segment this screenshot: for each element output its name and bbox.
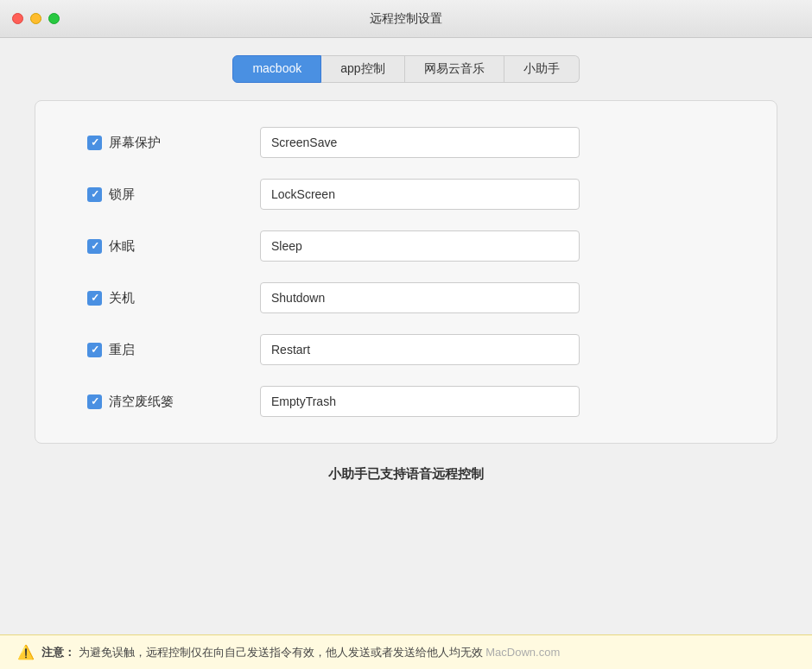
traffic-lights [12,13,60,24]
input-restart[interactable] [260,334,580,365]
warning-body: 为避免误触，远程控制仅在向自己发送指令有效，他人发送或者发送给他人均无效 [79,646,483,659]
setting-row-screensave: 屏幕保护 [87,127,725,158]
note-section: 小助手已支持语音远程控制 [328,452,484,491]
checkbox-label-screensave: 屏幕保护 [87,135,260,151]
input-screensave[interactable] [260,127,580,158]
label-sleep: 休眠 [109,238,135,255]
setting-row-sleep: 休眠 [87,230,725,262]
label-lockscreen: 锁屏 [109,186,135,203]
checkbox-label-lockscreen: 锁屏 [87,186,260,203]
checkbox-screensave[interactable] [87,136,102,150]
window-title: 远程控制设置 [370,11,442,27]
checkbox-shutdown[interactable] [87,291,102,306]
minimize-button[interactable] [30,13,41,24]
checkbox-label-sleep: 休眠 [87,238,260,255]
input-shutdown[interactable] [260,282,580,313]
close-button[interactable] [12,13,23,24]
warning-icon: ⚠️ [17,644,35,660]
titlebar: 远程控制设置 [0,0,812,38]
setting-row-shutdown: 关机 [87,282,725,313]
main-content: macbook app控制 网易云音乐 小助手 屏幕保护 锁屏 休眠 [0,38,812,634]
warning-bar: ⚠️ 注意： 为避免误触，远程控制仅在向自己发送指令有效，他人发送或者发送给他人… [0,634,812,669]
checkbox-lockscreen[interactable] [87,187,102,202]
checkbox-restart[interactable] [87,343,102,357]
checkbox-label-emptytrash: 清空废纸篓 [87,394,260,410]
label-emptytrash: 清空废纸篓 [109,394,174,410]
setting-row-emptytrash: 清空废纸篓 [87,386,725,417]
checkbox-label-restart: 重启 [87,342,260,358]
tabs-bar: macbook app控制 网易云音乐 小助手 [232,55,579,83]
warning-text: 注意： 为避免误触，远程控制仅在向自己发送指令有效，他人发送或者发送给他人均无效… [41,645,560,660]
tab-app[interactable]: app控制 [321,55,404,83]
checkbox-emptytrash[interactable] [87,394,102,409]
maximize-button[interactable] [48,13,60,24]
tab-assistant[interactable]: 小助手 [504,55,580,83]
settings-panel: 屏幕保护 锁屏 休眠 关机 [35,100,777,444]
note-text: 小助手已支持语音远程控制 [328,466,484,481]
checkbox-sleep[interactable] [87,239,102,254]
input-emptytrash[interactable] [260,386,580,417]
label-restart: 重启 [109,342,135,358]
warning-bold: 注意： [41,646,75,659]
input-lockscreen[interactable] [260,179,580,210]
checkbox-label-shutdown: 关机 [87,290,260,306]
tab-music[interactable]: 网易云音乐 [405,55,504,83]
label-screensave: 屏幕保护 [109,135,161,151]
setting-row-lockscreen: 锁屏 [87,179,725,210]
watermark: MacDown.com [485,646,560,659]
setting-row-restart: 重启 [87,334,725,365]
tab-macbook[interactable]: macbook [232,55,321,83]
input-sleep[interactable] [260,230,580,262]
label-shutdown: 关机 [109,290,135,306]
